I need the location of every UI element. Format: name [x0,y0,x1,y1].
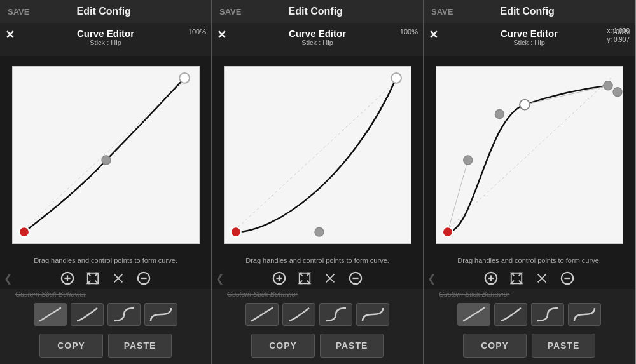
close-button-1[interactable]: ✕ [5,28,15,42]
zap-button-3[interactable] [535,271,549,285]
curve-canvas-2[interactable] [224,66,411,244]
copy-button-3[interactable]: COPY [463,334,527,358]
svg-point-14 [315,227,324,236]
svg-point-2 [18,227,29,237]
edit-config-title-2: Edit Config [289,6,343,17]
svg-point-15 [230,227,240,237]
custom-stick-label-1: Custom Stick Behavior [0,289,211,299]
svg-line-43 [464,308,484,321]
svg-point-33 [613,87,622,96]
svg-line-28 [525,85,608,104]
chevron-left-icon-2: ❮ [216,273,224,285]
stick-label-3: Stick : Hip [513,39,545,46]
svg-point-3 [179,72,190,83]
panel-2: SAVE Edit Config ✕ Curve Editor Stick : … [212,0,424,364]
presets-row-3 [424,299,635,330]
preset-button-1-1[interactable] [34,303,67,326]
icon-row-1: ❮ [0,267,211,289]
edit-config-title-3: Edit Config [501,6,555,17]
svg-line-25 [252,308,272,321]
paste-button-1[interactable]: PASTE [108,334,172,358]
curve-editor-title-2: Curve Editor [289,28,346,39]
preset-button-3-2[interactable] [494,303,527,326]
add-button-2[interactable] [272,271,286,285]
svg-point-31 [520,99,530,109]
copy-paste-row-1: COPY PASTE [0,330,211,364]
presets-row-1 [0,299,211,330]
svg-point-34 [442,227,452,237]
expand-button-2[interactable] [298,271,312,285]
panel-1: SAVE Edit Config ✕ Curve Editor Stick : … [0,0,212,364]
expand-button-3[interactable] [509,271,523,285]
preset-button-2-2[interactable] [282,303,315,326]
curve-svg-2 [225,67,411,243]
svg-line-12 [40,308,60,321]
top-bar-1: SAVE Edit Config [0,0,211,23]
coord-label-3: x: 1.000y: 0.907 [607,27,630,44]
svg-line-13 [230,76,401,233]
curve-canvas-3[interactable] [436,66,623,244]
preset-button-1-2[interactable] [71,303,104,326]
preset-button-1-4[interactable] [144,303,177,326]
minus-button-3[interactable] [560,271,574,285]
canvas-area-3 [424,56,635,253]
custom-stick-label-3: Custom Stick Behavior [424,289,635,299]
zap-button-2[interactable] [323,271,337,285]
curve-editor-title-1: Curve Editor [77,28,134,39]
add-button-3[interactable] [484,271,498,285]
curve-header-2: ✕ Curve Editor Stick : Hip 100% [212,23,423,56]
chevron-left-icon-1: ❮ [4,273,12,285]
copy-paste-row-3: COPY PASTE [424,330,635,364]
save-button-1[interactable]: SAVE [8,7,29,17]
preset-button-3-1[interactable] [457,303,490,326]
stick-label-1: Stick : Hip [90,39,121,46]
preset-button-3-3[interactable] [531,303,564,326]
svg-point-16 [391,72,401,83]
svg-line-26 [442,76,612,233]
chevron-left-icon-3: ❮ [427,273,436,285]
paste-button-3[interactable]: PASTE [532,334,595,358]
svg-point-32 [604,81,612,90]
svg-point-30 [495,109,504,118]
close-button-2[interactable]: ✕ [217,28,226,42]
top-bar-3: SAVE Edit Config [424,0,635,23]
curve-header-3: ✕ Curve Editor Stick : Hip 100% x: 1.000… [424,23,635,56]
curve-svg-3 [436,67,623,243]
instruction-2: Drag handles and control points to form … [212,253,423,267]
canvas-area-2 [212,56,423,253]
icon-row-2: ❮ [212,267,423,289]
minus-button-2[interactable] [349,271,363,285]
top-bar-2: SAVE Edit Config [212,0,423,23]
percent-label-1: 100% [188,28,206,36]
preset-button-3-4[interactable] [568,303,601,326]
percent-label-2: 100% [400,28,418,36]
copy-button-2[interactable]: COPY [251,334,315,358]
add-button-1[interactable] [60,271,74,285]
presets-row-2 [212,299,423,330]
edit-config-title-1: Edit Config [77,6,131,17]
preset-button-2-4[interactable] [356,303,389,326]
expand-button-1[interactable] [86,271,100,285]
svg-point-1 [102,155,111,164]
instruction-3: Drag handles and control points to form … [424,253,635,267]
svg-line-27 [447,159,467,231]
save-button-3[interactable]: SAVE [431,7,453,17]
instruction-1: Drag handles and control points to form … [0,253,211,267]
svg-point-29 [463,155,472,164]
stick-label-2: Stick : Hip [301,39,333,46]
minus-button-1[interactable] [137,271,151,285]
close-button-3[interactable]: ✕ [429,28,438,42]
curve-canvas-1[interactable] [12,66,200,244]
curve-header-1: ✕ Curve Editor Stick : Hip 100% [0,23,211,56]
zap-button-1[interactable] [111,271,125,285]
preset-button-1-3[interactable] [107,303,141,326]
icon-row-3: ❮ [424,267,635,289]
custom-stick-label-2: Custom Stick Behavior [212,289,423,299]
paste-button-2[interactable]: PASTE [320,334,384,358]
preset-button-2-3[interactable] [319,303,352,326]
save-button-2[interactable]: SAVE [219,7,241,17]
panel-3: SAVE Edit Config ✕ Curve Editor Stick : … [424,0,635,364]
preset-button-2-1[interactable] [245,303,279,326]
copy-button-1[interactable]: COPY [39,334,103,358]
canvas-area-1 [0,56,211,253]
